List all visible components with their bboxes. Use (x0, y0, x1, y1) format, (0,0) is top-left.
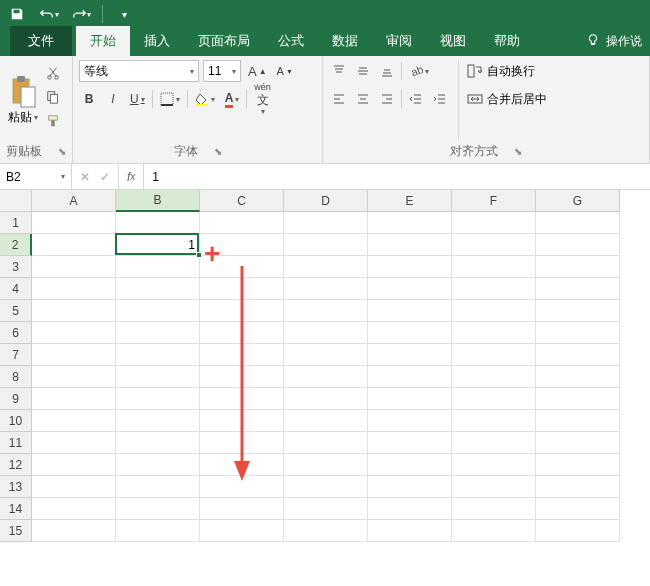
cell[interactable] (452, 278, 536, 300)
tab-data[interactable]: 数据 (318, 26, 372, 56)
cell[interactable] (368, 410, 452, 432)
cell[interactable] (536, 278, 620, 300)
font-launcher-icon[interactable]: ⬊ (214, 146, 222, 157)
cell[interactable] (452, 410, 536, 432)
cell[interactable] (452, 454, 536, 476)
cell[interactable] (200, 520, 284, 542)
cell[interactable] (368, 256, 452, 278)
cell[interactable] (32, 520, 116, 542)
cell[interactable] (284, 322, 368, 344)
wrap-text-button[interactable]: 自动换行 (463, 60, 551, 82)
alignment-launcher-icon[interactable]: ⬊ (514, 146, 522, 157)
cell[interactable] (284, 234, 368, 256)
cell[interactable] (200, 410, 284, 432)
cell[interactable] (284, 410, 368, 432)
fill-handle[interactable] (196, 252, 202, 258)
cell[interactable] (368, 498, 452, 520)
cell[interactable] (452, 520, 536, 542)
cell[interactable] (200, 278, 284, 300)
cell[interactable] (116, 410, 200, 432)
cell[interactable] (200, 300, 284, 322)
cell[interactable] (536, 432, 620, 454)
cell[interactable] (32, 366, 116, 388)
decrease-font-icon[interactable]: A▼ (274, 60, 296, 82)
cell[interactable] (536, 212, 620, 234)
cell[interactable] (452, 212, 536, 234)
cell[interactable] (200, 476, 284, 498)
orientation-button[interactable]: ab▾ (406, 60, 432, 82)
cell[interactable] (284, 476, 368, 498)
fill-color-button[interactable]: ▾ (192, 88, 218, 110)
cell[interactable] (536, 366, 620, 388)
column-header[interactable]: B (116, 190, 200, 212)
column-header[interactable]: E (368, 190, 452, 212)
cell[interactable] (116, 454, 200, 476)
save-icon[interactable] (6, 3, 28, 25)
row-header[interactable]: 1 (0, 212, 32, 234)
tab-review[interactable]: 审阅 (372, 26, 426, 56)
cell[interactable] (284, 520, 368, 542)
cell[interactable] (452, 300, 536, 322)
row-header[interactable]: 7 (0, 344, 32, 366)
paste-button[interactable]: 粘贴▾ (6, 60, 40, 140)
enter-formula-icon[interactable]: ✓ (100, 170, 110, 184)
cell[interactable] (368, 278, 452, 300)
cell[interactable] (116, 366, 200, 388)
bold-button[interactable]: B (79, 88, 99, 110)
cell[interactable] (368, 432, 452, 454)
redo-icon[interactable]: ▾ (70, 3, 92, 25)
tab-view[interactable]: 视图 (426, 26, 480, 56)
cut-icon[interactable] (44, 64, 62, 82)
align-top-icon[interactable] (329, 60, 349, 82)
cell[interactable] (452, 322, 536, 344)
cell[interactable] (536, 454, 620, 476)
column-header[interactable]: G (536, 190, 620, 212)
cell[interactable] (452, 234, 536, 256)
cell[interactable] (452, 388, 536, 410)
cell[interactable] (32, 410, 116, 432)
cell[interactable] (284, 366, 368, 388)
fx-icon[interactable]: fx (119, 164, 144, 189)
cell[interactable] (536, 256, 620, 278)
cell[interactable] (368, 476, 452, 498)
tab-help[interactable]: 帮助 (480, 26, 534, 56)
cell[interactable] (32, 300, 116, 322)
undo-icon[interactable]: ▾ (38, 3, 60, 25)
cell[interactable] (452, 476, 536, 498)
row-header[interactable]: 6 (0, 322, 32, 344)
cell[interactable] (200, 234, 284, 256)
cell[interactable] (32, 498, 116, 520)
row-header[interactable]: 8 (0, 366, 32, 388)
cell[interactable] (200, 366, 284, 388)
cell[interactable] (116, 476, 200, 498)
row-header[interactable]: 4 (0, 278, 32, 300)
cell[interactable] (368, 366, 452, 388)
row-header[interactable]: 3 (0, 256, 32, 278)
cell[interactable] (536, 388, 620, 410)
cell[interactable] (32, 476, 116, 498)
cell[interactable] (452, 432, 536, 454)
tab-insert[interactable]: 插入 (130, 26, 184, 56)
cell[interactable] (284, 498, 368, 520)
column-header[interactable]: C (200, 190, 284, 212)
increase-font-icon[interactable]: A▲ (245, 60, 270, 82)
cell[interactable] (200, 454, 284, 476)
cell[interactable] (284, 454, 368, 476)
cell[interactable] (536, 234, 620, 256)
tell-me[interactable]: 操作说 (578, 27, 650, 56)
cell[interactable] (368, 388, 452, 410)
cell[interactable] (284, 388, 368, 410)
cell[interactable] (116, 256, 200, 278)
cell[interactable] (452, 366, 536, 388)
cell[interactable] (200, 498, 284, 520)
cell[interactable] (200, 344, 284, 366)
column-header[interactable]: F (452, 190, 536, 212)
cell[interactable] (368, 454, 452, 476)
cell[interactable] (536, 344, 620, 366)
cell[interactable] (116, 212, 200, 234)
column-header[interactable]: A (32, 190, 116, 212)
font-name-select[interactable]: 等线▾ (79, 60, 199, 82)
cell[interactable] (32, 344, 116, 366)
cell[interactable] (32, 256, 116, 278)
tab-file[interactable]: 文件 (10, 26, 72, 56)
